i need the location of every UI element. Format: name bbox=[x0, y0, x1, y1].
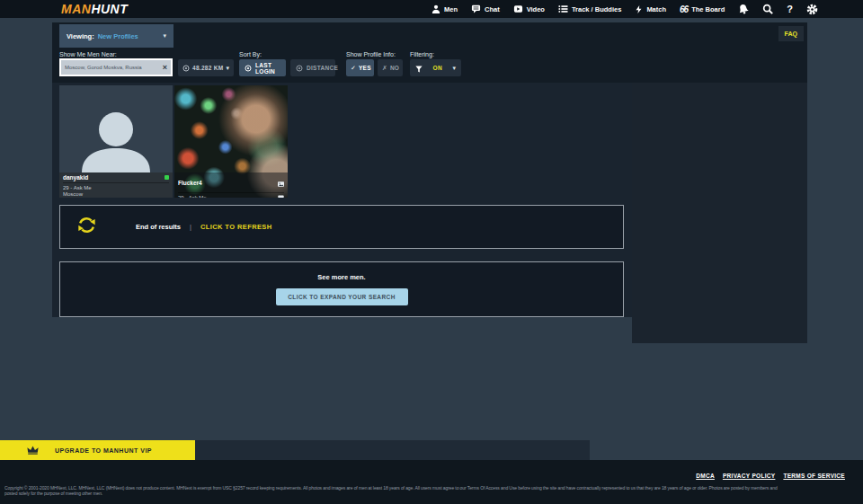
yes-label: YES bbox=[359, 65, 371, 71]
dmca-link[interactable]: DMCA bbox=[696, 473, 715, 479]
profile-info-yes-button[interactable]: ✓ YES bbox=[346, 59, 374, 76]
right-side-panel bbox=[632, 83, 807, 343]
location-value: Moscow, Gorod Moskva, Russia bbox=[65, 65, 163, 70]
nav-match[interactable]: Match bbox=[635, 4, 666, 14]
profile-location: Moscow bbox=[63, 191, 83, 197]
expand-search-button[interactable]: CLICK TO EXPAND YOUR SEARCH bbox=[276, 288, 408, 305]
funnel-icon bbox=[415, 60, 423, 76]
help-icon[interactable]: ? bbox=[787, 4, 793, 14]
notifications-bell-icon[interactable] bbox=[738, 4, 749, 14]
location-search-input[interactable]: Moscow, Gorod Moskva, Russia × bbox=[59, 58, 173, 76]
viewing-dropdown[interactable]: Viewing: New Profiles ▾ bbox=[59, 24, 173, 48]
separator: | bbox=[190, 223, 191, 231]
crown-icon bbox=[27, 442, 39, 458]
check-icon: ✓ bbox=[351, 65, 356, 72]
nav-match-label: Match bbox=[646, 5, 666, 13]
profile-meta: Flucker4 29 - Ask Me Moscow, Gorod Moskv… bbox=[174, 172, 288, 198]
viewing-label: Viewing: bbox=[67, 32, 94, 40]
profile-card-flucker4[interactable]: Flucker4 29 - Ask Me Moscow, Gorod Moskv… bbox=[174, 85, 288, 198]
viewing-value: New Profiles bbox=[98, 32, 164, 40]
top-nav-items: Men Chat Video Track / Buddies Match 66 … bbox=[432, 0, 818, 18]
header-filter-panel: Viewing: New Profiles ▾ FAQ Show Me Men … bbox=[52, 22, 807, 83]
quote-icon: 66 bbox=[680, 4, 688, 14]
nav-chat[interactable]: Chat bbox=[471, 4, 500, 13]
footer-links: DMCA PRIVACY POLICY TERMS OF SERVICE bbox=[696, 473, 845, 479]
clear-icon[interactable]: × bbox=[163, 64, 167, 72]
nav-the-board-label: The Board bbox=[691, 5, 725, 13]
radius-dropdown[interactable]: 48.282 KM ▾ bbox=[178, 59, 234, 76]
lightning-icon bbox=[635, 4, 643, 14]
nav-video-label: Video bbox=[527, 5, 545, 13]
sort-last-login-button[interactable]: LAST LOGIN bbox=[239, 59, 286, 76]
nav-track-buddies-label: Track / Buddies bbox=[572, 5, 621, 13]
logo-man-text: MAN bbox=[61, 2, 91, 16]
person-icon bbox=[432, 4, 440, 13]
upgrade-vip-button[interactable]: UPGRADE TO MANHUNT VIP bbox=[0, 440, 195, 460]
profile-card-danyakid[interactable]: danyakid 29 - Ask Me Moscow bbox=[59, 85, 173, 198]
x-icon: ✗ bbox=[382, 65, 387, 72]
nav-the-board[interactable]: 66 The Board bbox=[680, 4, 725, 14]
terms-of-service-link[interactable]: TERMS OF SERVICE bbox=[783, 473, 845, 479]
settings-gear-icon[interactable] bbox=[806, 4, 818, 15]
distance-radio-icon bbox=[296, 65, 303, 72]
upgrade-vip-label: UPGRADE TO MANHUNT VIP bbox=[39, 447, 195, 454]
filtering-label: Filtering: bbox=[410, 51, 434, 57]
profile-name: Flucker4 bbox=[178, 180, 202, 186]
footer: DMCA PRIVACY POLICY TERMS OF SERVICE Cop… bbox=[0, 460, 863, 504]
sort-distance-button[interactable]: DISTANCE bbox=[290, 59, 335, 76]
video-icon bbox=[513, 4, 523, 13]
profile-name: danyakid bbox=[63, 174, 88, 181]
results-area: danyakid 29 - Ask Me Moscow Flucker4 29 … bbox=[52, 83, 632, 317]
list-icon bbox=[558, 4, 568, 13]
last-login-radio-icon bbox=[245, 65, 252, 72]
see-more-panel: See more men. CLICK TO EXPAND YOUR SEARC… bbox=[59, 261, 624, 317]
sort-by-label: Sort By: bbox=[239, 51, 262, 57]
show-profile-info-label: Show Profile Info: bbox=[346, 51, 396, 57]
sort-last-login-label: LAST LOGIN bbox=[255, 62, 280, 75]
profile-card-grid: danyakid 29 - Ask Me Moscow Flucker4 29 … bbox=[59, 85, 288, 198]
end-of-results-text: End of results bbox=[136, 223, 181, 231]
copyright-line-1: Copyright © 2001-2020 MHNext, LLC. MHNex… bbox=[4, 485, 860, 491]
profile-meta: danyakid 29 - Ask Me Moscow bbox=[59, 172, 173, 198]
top-navigation-bar: MANHUNT Men Chat Video Track / Buddies M… bbox=[0, 0, 863, 18]
copyright-line-2: posted solely for the purpose of meeting… bbox=[4, 491, 860, 496]
profile-age-status: 29 - Ask Me bbox=[178, 195, 207, 198]
show-me-men-near-label: Show Me Men Near: bbox=[59, 51, 117, 57]
nav-men[interactable]: Men bbox=[432, 4, 458, 13]
nav-track-buddies[interactable]: Track / Buddies bbox=[558, 4, 621, 13]
nav-chat-label: Chat bbox=[485, 5, 500, 13]
see-more-title: See more men. bbox=[60, 273, 623, 281]
search-icon[interactable] bbox=[762, 4, 773, 14]
radius-value: 48.282 KM bbox=[192, 65, 224, 71]
nav-men-label: Men bbox=[444, 5, 458, 13]
chat-bubble-icon bbox=[278, 195, 284, 199]
chevron-down-icon: ▾ bbox=[452, 65, 456, 72]
faq-link[interactable]: FAQ bbox=[778, 26, 804, 41]
copyright-text: Copyright © 2001-2020 MHNext, LLC. MHNex… bbox=[4, 485, 860, 497]
click-to-refresh-link[interactable]: CLICK TO REFRESH bbox=[200, 223, 272, 231]
nav-video[interactable]: Video bbox=[513, 4, 545, 13]
profile-age-status: 29 - Ask Me bbox=[63, 185, 92, 190]
logo-hunt-text: HUNT bbox=[91, 2, 128, 16]
sort-distance-label: DISTANCE bbox=[307, 65, 338, 71]
manhunt-app: MANHUNT Men Chat Video Track / Buddies M… bbox=[0, 0, 863, 504]
refresh-icon[interactable] bbox=[77, 216, 96, 238]
chat-icon bbox=[471, 4, 481, 13]
help-glyph: ? bbox=[787, 4, 793, 14]
online-status-dot bbox=[165, 175, 169, 180]
radius-globe-icon bbox=[182, 65, 190, 72]
chevron-down-icon: ▾ bbox=[163, 32, 166, 40]
chevron-down-icon: ▾ bbox=[226, 65, 229, 72]
filtering-value: ON bbox=[433, 65, 442, 71]
privacy-policy-link[interactable]: PRIVACY POLICY bbox=[723, 473, 776, 479]
filtering-dropdown[interactable]: ON ▾ bbox=[410, 59, 461, 76]
end-of-results-banner: End of results | CLICK TO REFRESH bbox=[59, 205, 624, 249]
manhunt-logo[interactable]: MANHUNT bbox=[61, 0, 128, 18]
photo-icon bbox=[278, 174, 284, 190]
no-label: NO bbox=[390, 65, 399, 71]
profile-info-no-button[interactable]: ✗ NO bbox=[378, 59, 403, 76]
